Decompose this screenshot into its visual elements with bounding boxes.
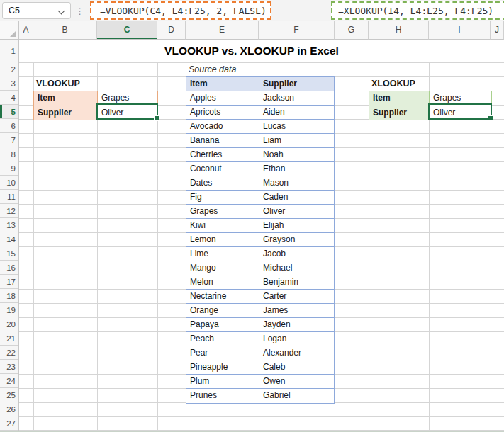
item-cell[interactable]: Kiwi [186,219,259,232]
item-cell[interactable]: Grapes [186,205,259,218]
highlighted-cell-i5[interactable] [428,103,492,120]
xlookup-label-supplier[interactable]: Supplier [369,106,430,120]
item-cell[interactable]: Cherries [186,148,259,161]
column-header-d[interactable]: D [157,21,186,40]
row-header-12[interactable]: 12 [0,204,19,218]
item-cell[interactable]: Orange [186,304,259,317]
item-cell[interactable]: Apples [186,91,259,105]
vlookup-label-supplier[interactable]: Supplier [34,106,98,120]
row-header-19[interactable]: 19 [0,303,19,317]
row-header-14[interactable]: 14 [0,232,19,246]
item-cell[interactable]: Banana [186,134,259,147]
column-header-j[interactable]: J [491,21,504,40]
row-header-13[interactable]: 13 [0,218,19,232]
name-box[interactable]: C5 [2,2,71,19]
item-cell[interactable]: Melon [186,275,259,289]
item-cell[interactable]: Mango [186,261,259,275]
supplier-cell[interactable]: Liam [259,134,334,147]
item-cell[interactable]: Nectarine [186,290,259,303]
supplier-cell[interactable]: Michael [259,261,334,275]
row-header-4[interactable]: 4 [0,91,19,105]
row-header-1[interactable]: 1 [0,40,19,62]
row-header-6[interactable]: 6 [0,119,19,133]
item-cell[interactable]: Coconut [186,162,259,176]
row-header-24[interactable]: 24 [0,374,19,388]
xlookup-label-item[interactable]: Item [369,91,430,106]
supplier-cell[interactable]: Oliver [259,205,334,218]
item-cell[interactable]: Plum [186,375,259,388]
select-all-corner[interactable] [0,21,19,40]
supplier-cell[interactable]: Ethan [259,162,334,176]
supplier-cell[interactable]: Aiden [259,106,334,119]
item-cell[interactable]: Peach [186,332,259,346]
column-header-g[interactable]: G [335,21,369,40]
supplier-cell[interactable]: Caleb [259,360,334,374]
item-cell[interactable]: Lime [186,247,259,261]
row-header-20[interactable]: 20 [0,317,19,331]
active-cell-c5[interactable] [96,103,158,120]
source-header-item[interactable]: Item [186,77,259,91]
row-header-3[interactable]: 3 [0,76,19,91]
item-cell[interactable]: Pear [186,346,259,360]
item-cell[interactable]: Dates [186,176,259,190]
supplier-cell[interactable]: Gabriel [259,389,334,403]
item-cell[interactable]: Apricots [186,106,259,119]
source-data-table[interactable]: ItemSupplierApplesJacksonApricotsAidenAv… [186,76,335,404]
row-header-15[interactable]: 15 [0,246,19,261]
item-cell[interactable]: Prunes [186,389,259,403]
source-header-supplier[interactable]: Supplier [259,77,334,91]
column-header-i[interactable]: I [429,21,491,40]
supplier-cell[interactable]: Grayson [259,233,334,246]
item-cell[interactable]: Papaya [186,318,259,331]
row-header-26[interactable]: 26 [0,402,19,416]
row-header-10[interactable]: 10 [0,176,19,190]
row-header-17[interactable]: 17 [0,275,19,289]
supplier-cell[interactable]: Noah [259,148,334,161]
row-header-25[interactable]: 25 [0,388,19,402]
column-header-c[interactable]: C [97,21,157,40]
column-header-b[interactable]: B [33,21,97,40]
supplier-cell[interactable]: Carter [259,290,334,303]
item-cell[interactable]: Fig [186,191,259,204]
column-header-f[interactable]: F [259,21,335,40]
item-cell[interactable]: Pineapple [186,360,259,374]
chevron-down-icon[interactable] [58,8,65,15]
vlookup-formula-annotation[interactable]: =VLOOKUP(C4, E4:F25, 2, FALSE) [90,1,271,20]
supplier-cell[interactable]: Alexander [259,346,334,360]
row-header-22[interactable]: 22 [0,346,19,360]
supplier-cell[interactable]: James [259,304,334,317]
supplier-cell[interactable]: Benjamin [259,275,334,289]
supplier-cell[interactable]: Elijah [259,219,334,232]
supplier-cell[interactable]: Caden [259,191,334,204]
row-header-18[interactable]: 18 [0,289,19,303]
row-header-8[interactable]: 8 [0,147,19,161]
item-cell[interactable]: Lemon [186,233,259,246]
supplier-cell[interactable]: Jackson [259,91,334,105]
row-header-27[interactable]: 27 [0,416,19,431]
fill-handle-icon[interactable] [154,115,159,121]
supplier-cell[interactable]: Logan [259,332,334,346]
fill-handle-icon[interactable] [488,115,493,121]
supplier-cell[interactable]: Jayden [259,318,334,331]
row-header-11[interactable]: 11 [0,190,19,204]
vlookup-label-item[interactable]: Item [34,91,98,106]
column-headers: ABCDEFGHIJ [19,21,504,40]
row-header-5[interactable]: 5 [0,105,19,119]
row-header-7[interactable]: 7 [0,133,19,147]
row-header-23[interactable]: 23 [0,360,19,374]
column-header-h[interactable]: H [369,21,429,40]
column-header-e[interactable]: E [186,21,259,40]
row-header-21[interactable]: 21 [0,331,19,346]
supplier-cell[interactable]: Jacob [259,247,334,261]
column-header-a[interactable]: A [19,21,33,40]
xlookup-formula-annotation[interactable]: =XLOOKUP(I4, E4:E25, F4:F25) [331,1,504,20]
supplier-cell[interactable]: Owen [259,375,334,388]
supplier-cell[interactable]: Lucas [259,120,334,133]
row-header-9[interactable]: 9 [0,161,19,176]
table-row: DatesMason [186,176,334,191]
table-row: ApplesJackson [186,91,334,106]
row-header-16[interactable]: 16 [0,261,19,275]
row-header-2[interactable]: 2 [0,62,19,76]
supplier-cell[interactable]: Mason [259,176,334,190]
item-cell[interactable]: Avocado [186,120,259,133]
